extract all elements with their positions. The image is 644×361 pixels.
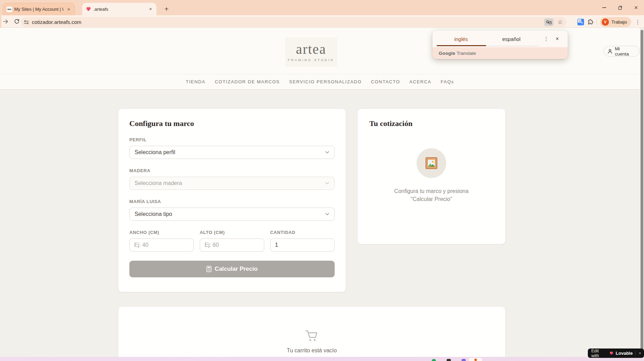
cart-empty-text: Tu carrito está vacío [118, 347, 505, 354]
profile-button[interactable]: V Trabajo [600, 17, 631, 27]
scrollbar-thumb[interactable] [641, 30, 643, 351]
svg-text:T: T [581, 22, 583, 25]
translate-word: Translate [457, 51, 476, 56]
translate-tab-spanish[interactable]: español [493, 36, 530, 42]
tab-wix[interactable]: WIX My Sites | My Account | Wix.com × [3, 3, 75, 15]
quote-card: Tu cotización Configura tu marco y presi… [357, 108, 506, 244]
address-bar[interactable]: cotizador.arteafs.com G ☆ [21, 17, 567, 27]
madera-label: MADERA [129, 168, 335, 173]
page-scrollbar[interactable] [640, 28, 644, 357]
new-tab-button[interactable]: + [162, 4, 171, 14]
lovable-brand: Lovable [616, 351, 633, 356]
taskbar-icon[interactable] [432, 359, 436, 361]
chevron-down-icon [325, 213, 329, 216]
reload-button[interactable] [12, 17, 22, 26]
translate-tab-english[interactable]: inglés [443, 36, 479, 42]
minimize-icon [602, 7, 606, 8]
svg-text:G: G [546, 20, 549, 24]
taskbar-active-app[interactable] [469, 358, 482, 361]
browser-window: WIX My Sites | My Account | Wix.com × .a… [0, 0, 644, 361]
quote-title: Tu cotización [369, 119, 493, 128]
browser-toolbar: cotizador.arteafs.com G ☆ GT V Trabajo ⋮ [0, 15, 644, 28]
google-translate-popup: inglés español ⋮ × Google Translate [432, 31, 568, 59]
restore-button[interactable] [612, 0, 628, 15]
perfil-select[interactable]: Selecciona perfil [129, 146, 335, 159]
madera-select[interactable]: Selecciona madera [129, 177, 335, 190]
ancho-input[interactable] [129, 238, 194, 252]
tab-strip: WIX My Sites | My Account | Wix.com × .a… [0, 0, 644, 15]
quote-empty-line1: Configura tu marco y presiona [394, 187, 469, 195]
site-info-icon[interactable] [24, 19, 29, 25]
taskbar-icon[interactable] [462, 359, 466, 361]
translate-options-icon[interactable]: ⋮ [542, 35, 550, 43]
cart-card: Tu carrito está vacío [118, 306, 506, 361]
alto-input[interactable] [200, 238, 264, 252]
tab-title: .arteafs [93, 7, 145, 12]
cantidad-label: CANTIDAD [270, 230, 335, 235]
google-logo-text: Google [439, 51, 455, 56]
chevron-down-icon [325, 151, 329, 154]
maria-luisa-select-value: Selecciona tipo [135, 211, 172, 217]
configurator-title: Configura tu marco [129, 119, 335, 128]
web-page: artea FRAMING STUDIO Mi cuenta TIENDA CO… [0, 28, 644, 361]
window-frame-edge [0, 0, 1, 28]
lovable-heart-favicon-icon [86, 6, 91, 12]
browser-menu-icon[interactable]: ⋮ [634, 19, 641, 25]
translate-extension-icon[interactable]: GT [577, 19, 584, 25]
maria-luisa-label: MARÍA LUISA [129, 199, 335, 204]
maria-luisa-select[interactable]: Selecciona tipo [129, 208, 335, 221]
forward-arrow-icon [2, 18, 9, 25]
tab-title: My Sites | My Account | Wix.com [14, 7, 63, 12]
avatar: V [602, 18, 609, 26]
configurator-card: Configura tu marco PERFIL Selecciona per… [118, 108, 346, 292]
lovable-prefix: Edit with [591, 349, 607, 358]
tab-close-icon[interactable]: × [147, 6, 154, 12]
lovable-close-icon[interactable]: × [638, 351, 641, 356]
framed-picture-icon [425, 157, 438, 169]
extensions-puzzle-icon[interactable] [587, 19, 593, 25]
nav-item-acerca[interactable]: ACERCA [410, 79, 431, 84]
perfil-label: PERFIL [129, 137, 335, 142]
lovable-badge[interactable]: Edit with Lovable × [588, 349, 644, 358]
bookmark-star-icon[interactable]: ☆ [556, 18, 564, 26]
perfil-select-value: Selecciona perfil [135, 149, 175, 156]
person-icon [607, 49, 613, 54]
profile-name: Trabajo [611, 19, 627, 25]
lovable-heart-icon [609, 351, 614, 355]
account-button-label: Mi cuenta [615, 46, 635, 57]
logo-wordmark: artea [296, 42, 326, 56]
nav-item-cotizador[interactable]: COTIZADOR DE MARCOS [215, 79, 280, 84]
madera-select-value: Selecciona madera [135, 180, 182, 186]
close-window-button[interactable]: × [628, 0, 644, 15]
quote-empty-line2: "Calcular Precio" [394, 195, 469, 203]
translate-close-icon[interactable]: × [553, 35, 561, 43]
account-button[interactable]: Mi cuenta [603, 46, 640, 57]
restore-icon [617, 5, 623, 10]
main-nav: TIENDA COTIZADOR DE MARCOS SERVICIO PERS… [0, 74, 640, 90]
nav-item-contacto[interactable]: CONTACTO [371, 79, 400, 84]
nav-item-faqs[interactable]: FAQs [441, 79, 454, 84]
forward-button[interactable] [1, 17, 10, 26]
reload-icon [14, 18, 20, 24]
nav-item-servicio[interactable]: SERVICIO PERSONALIZADO [289, 79, 362, 84]
taskbar-icon[interactable] [447, 359, 451, 361]
tab-arteafs[interactable]: .arteafs × [82, 3, 156, 15]
ancho-label: ANCHO (CM) [129, 230, 194, 235]
translate-page-button[interactable]: G [544, 18, 553, 26]
logo-tagline: FRAMING STUDIO [288, 58, 334, 62]
quote-empty-circle [417, 148, 446, 178]
translate-icon: G [546, 19, 552, 25]
taskbar-app-dot [474, 359, 477, 361]
url-text: cotizador.arteafs.com [32, 19, 544, 25]
window-controls: × [596, 0, 644, 15]
cantidad-input[interactable] [270, 238, 335, 252]
wix-favicon-icon: WIX [7, 7, 12, 12]
translate-active-tab-indicator [437, 45, 486, 46]
calculate-price-button[interactable]: Calcular Precio [129, 261, 335, 277]
tab-close-icon[interactable]: × [66, 6, 72, 12]
minimize-button[interactable] [596, 0, 612, 15]
translate-brand-row: Google Translate [432, 47, 568, 59]
nav-item-tienda[interactable]: TIENDA [186, 79, 206, 84]
toolbar-separator [596, 19, 597, 25]
alto-label: ALTO (CM) [200, 230, 264, 235]
